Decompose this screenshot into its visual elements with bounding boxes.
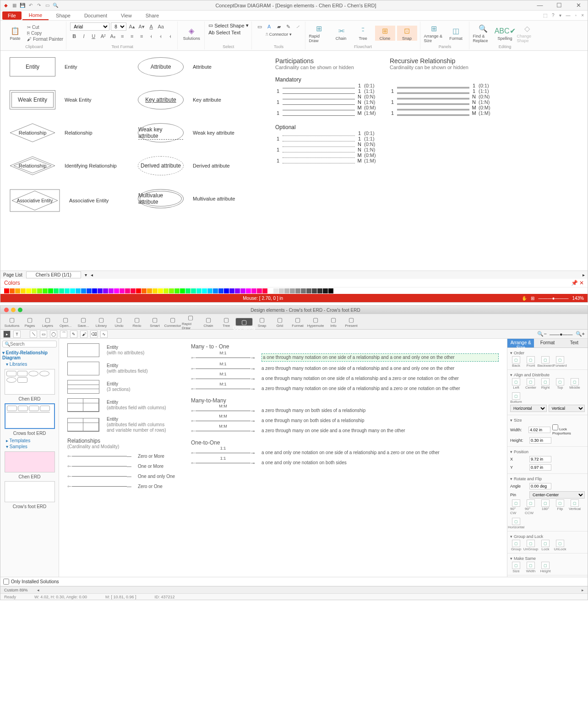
cardinality-line[interactable]: 1M(1:M) bbox=[275, 110, 381, 116]
lock-prop-checkbox[interactable] bbox=[552, 424, 558, 430]
close-panel-icon[interactable]: ✕ bbox=[579, 280, 584, 286]
case-button[interactable]: Aa bbox=[157, 22, 165, 31]
entity-row[interactable]: Entity(3 sections) bbox=[67, 380, 177, 394]
color-swatch[interactable] bbox=[10, 288, 15, 293]
zoom-out-icon[interactable]: 🔍− bbox=[537, 331, 546, 337]
color-swatch[interactable] bbox=[59, 288, 64, 293]
zoom-select[interactable]: Custom 89% bbox=[4, 588, 28, 592]
bottom-button[interactable]: ▢Bottom bbox=[510, 392, 522, 404]
connector-button[interactable]: ⎍Connector ▾ bbox=[266, 32, 292, 37]
color-swatch[interactable] bbox=[202, 288, 207, 293]
cardinality-line[interactable]: M(0:M) bbox=[275, 105, 381, 110]
color-swatch[interactable] bbox=[131, 288, 136, 293]
color-swatch[interactable] bbox=[125, 288, 130, 293]
tab-format[interactable]: Format bbox=[534, 339, 561, 347]
tree-header[interactable]: ▾ Entity-Relationship Diagram bbox=[2, 349, 57, 361]
select-shape-button[interactable]: ▭Select Shape ▾ bbox=[208, 22, 248, 28]
color-swatch[interactable] bbox=[87, 288, 92, 293]
align-left-button[interactable]: ≡ bbox=[118, 32, 126, 40]
180--button[interactable]: ▢180° bbox=[539, 499, 551, 515]
modality-row[interactable]: ⟜— One or More bbox=[67, 463, 177, 469]
mac-tb-undo[interactable]: ▢Undo bbox=[110, 315, 128, 328]
sub-button[interactable]: A₂ bbox=[109, 32, 117, 40]
chen-erd-thumb[interactable] bbox=[5, 369, 55, 395]
cardinality-line[interactable]: N(0:N) bbox=[275, 94, 381, 99]
color-swatch[interactable] bbox=[213, 288, 218, 293]
color-swatch[interactable] bbox=[301, 288, 306, 293]
relationship-row[interactable]: ⟜M:M⊸ a zero through many on one side an… bbox=[191, 428, 499, 434]
rib-icon[interactable]: × bbox=[579, 13, 586, 18]
color-swatch[interactable] bbox=[163, 288, 169, 293]
ungroup-button[interactable]: ▢UnGroup bbox=[525, 540, 537, 551]
flip-button[interactable]: ▢Flip bbox=[554, 499, 566, 515]
scroll-right-icon[interactable]: ▸ bbox=[583, 272, 585, 277]
arc-tool[interactable]: ⌒ bbox=[60, 331, 67, 338]
mac-tb-layers[interactable]: ▢Layers bbox=[39, 315, 56, 328]
rect-tool[interactable]: ▭ bbox=[40, 331, 47, 338]
cardinality-line[interactable]: 1N(1:N) bbox=[275, 147, 381, 152]
cardinality-line[interactable]: 1M(1:M) bbox=[275, 158, 381, 163]
spline-tool[interactable]: ∿ bbox=[100, 331, 108, 338]
copy-button[interactable]: ⎘Copy bbox=[27, 31, 63, 36]
valign-button[interactable]: ⫞ bbox=[166, 32, 174, 40]
entity-row[interactable]: Entity(with attributes field) bbox=[67, 362, 177, 375]
color-swatch[interactable] bbox=[43, 288, 48, 293]
mac-tb-present[interactable]: ▢Present bbox=[343, 315, 360, 328]
valign-button[interactable]: ⫞ bbox=[157, 32, 165, 40]
color-swatch[interactable] bbox=[81, 288, 86, 293]
entity-box[interactable] bbox=[67, 418, 99, 432]
underline-button[interactable]: U bbox=[89, 32, 98, 40]
backward-button[interactable]: ▢Backward bbox=[539, 356, 551, 368]
rect-tool[interactable]: ▭ bbox=[256, 22, 264, 31]
modality-row[interactable]: ⟜— Zero or More bbox=[67, 453, 177, 459]
color-swatch[interactable] bbox=[191, 288, 196, 293]
cut-button[interactable]: ✂Cut bbox=[27, 25, 63, 30]
relationship-row[interactable]: ⟜M:M⊸ a zero through many on both sides … bbox=[191, 407, 499, 414]
color-swatch[interactable] bbox=[48, 288, 53, 293]
mac-tb-tree[interactable]: ▢Tree bbox=[218, 315, 235, 328]
color-swatch[interactable] bbox=[32, 288, 37, 293]
color-swatch[interactable] bbox=[142, 288, 147, 293]
mac-tb-redo[interactable]: ▢Redo bbox=[128, 315, 146, 328]
page-tab[interactable]: Chen's ERD (1/1) bbox=[26, 271, 81, 278]
color-swatch[interactable] bbox=[273, 288, 278, 293]
mac-canvas[interactable]: Entity(with no attributes) Entity(with a… bbox=[59, 339, 507, 577]
redo-icon[interactable]: ↷ bbox=[36, 3, 42, 8]
arrange-size-button[interactable]: ⊞Arrange & Size bbox=[424, 23, 444, 43]
cardinality-line[interactable]: 1N(1:N) bbox=[390, 99, 495, 105]
mac-tb-smart[interactable]: ▢Smart bbox=[146, 315, 163, 328]
color-swatch[interactable] bbox=[306, 288, 311, 293]
height-input[interactable] bbox=[529, 437, 551, 444]
format-button[interactable]: ◫Format bbox=[446, 26, 466, 41]
size-button[interactable]: ▢Size bbox=[510, 562, 522, 573]
rib-icon[interactable]: ▫ bbox=[573, 13, 579, 18]
mac-min-button[interactable] bbox=[11, 308, 16, 312]
color-swatch[interactable] bbox=[4, 288, 9, 293]
cardinality-line[interactable]: 1(0:1) bbox=[275, 130, 381, 136]
height-button[interactable]: ▢Height bbox=[539, 562, 551, 573]
vert-select[interactable]: Vertical bbox=[549, 405, 585, 412]
tab-home[interactable]: Home bbox=[22, 11, 49, 20]
top-button[interactable]: ▢Top bbox=[554, 378, 566, 390]
entity-box[interactable] bbox=[67, 343, 99, 357]
pointer-tool[interactable]: ▸ bbox=[3, 331, 11, 338]
left-button[interactable]: ▢Left bbox=[510, 378, 522, 390]
page-dropdown[interactable]: ▾ bbox=[85, 272, 87, 277]
color-swatch[interactable] bbox=[26, 288, 31, 293]
super-button[interactable]: A² bbox=[99, 32, 107, 40]
mac-zoom-button[interactable] bbox=[18, 308, 22, 312]
minimize-button[interactable]: — bbox=[534, 2, 546, 9]
mac-tb-operations[interactable]: ▢Operations bbox=[235, 318, 253, 326]
find-replace-button[interactable]: 🔍Find & Replace bbox=[473, 23, 493, 43]
color-swatch[interactable] bbox=[109, 288, 114, 293]
mac-tb-open-[interactable]: ▢Open... bbox=[57, 315, 74, 328]
entity-box[interactable] bbox=[67, 380, 99, 394]
align-center-button[interactable]: ≡ bbox=[128, 32, 136, 40]
spelling-button[interactable]: ABC✔Spelling bbox=[495, 26, 515, 41]
change-shape-button[interactable]: ◇Change Shape bbox=[517, 23, 537, 43]
color-swatch[interactable] bbox=[207, 288, 212, 293]
weak-entity-shape[interactable]: Weak Entity bbox=[10, 90, 55, 109]
brush-tool[interactable]: ⟋ bbox=[294, 22, 302, 31]
id-relationship-shape[interactable]: Relationship bbox=[10, 156, 55, 175]
maximize-button[interactable]: ☐ bbox=[553, 2, 566, 9]
